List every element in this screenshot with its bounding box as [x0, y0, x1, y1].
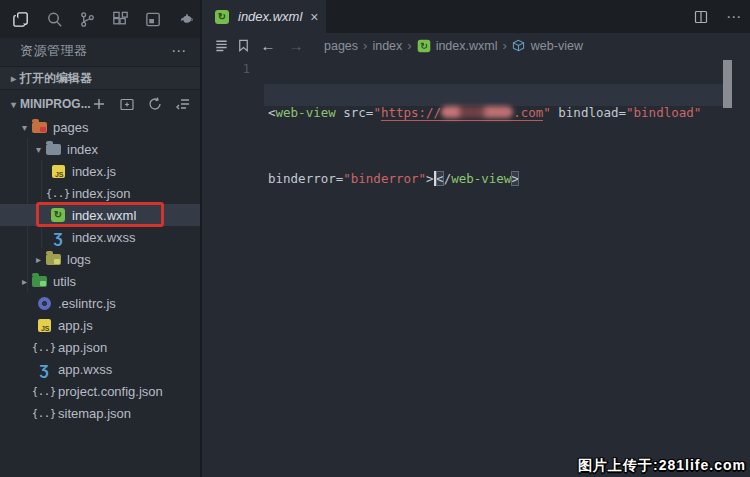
breadcrumb-pages[interactable]: pages — [324, 39, 358, 53]
code-content: <web-view src="https://.com" bindload="b… — [268, 58, 701, 234]
breadcrumb-web-view[interactable]: web-view — [531, 39, 583, 53]
breadcrumb-index[interactable]: index — [372, 39, 402, 53]
wxml-file-icon — [50, 207, 66, 223]
outline-list-icon[interactable] — [210, 36, 232, 56]
json-file-icon — [36, 383, 52, 399]
tree-item-index-folder[interactable]: ▾ index — [0, 138, 200, 160]
source-control-icon[interactable] — [76, 8, 98, 30]
js-file-icon — [50, 163, 66, 179]
json-file-icon — [50, 185, 66, 201]
split-editor-icon[interactable] — [690, 7, 712, 27]
chevron-down-icon: ▾ — [32, 144, 45, 155]
file-tree: ▾ pages ▾ index index.js index.json inde… — [0, 116, 200, 424]
open-editors-section[interactable]: ▸ 打开的编辑器 — [0, 66, 200, 90]
new-file-icon[interactable] — [91, 96, 107, 112]
tree-item-index-wxss[interactable]: index.wxss — [0, 226, 200, 248]
wxml-file-icon — [417, 39, 430, 52]
chevron-right-icon: ▸ — [7, 73, 20, 84]
redacted-url-blur — [441, 106, 513, 118]
scrollbar-thumb[interactable] — [723, 60, 732, 108]
tab-label: index.wxml — [238, 9, 302, 24]
back-icon[interactable]: ← — [254, 37, 282, 54]
wechat-devtools-editor-window: 资源管理器 ⋯ ▸ 打开的编辑器 ▾ MINIPROG... — [0, 0, 750, 477]
bookmark-icon[interactable] — [232, 36, 254, 56]
tree-item-index-wxml[interactable]: index.wxml — [0, 204, 200, 226]
forward-icon[interactable]: → — [282, 37, 310, 54]
editor-group: index.wxml × ⋯ ← → pages › index — [204, 0, 750, 477]
teapot-icon[interactable] — [175, 8, 197, 30]
tab-bar: index.wxml × ⋯ — [204, 0, 750, 33]
wxss-file-icon — [36, 361, 52, 377]
line-number-gutter: 1 — [204, 58, 250, 80]
sidebar-panel: 资源管理器 ⋯ ▸ 打开的编辑器 ▾ MINIPROG... — [0, 0, 202, 477]
code-editor[interactable]: 1 <web-view src="https://.com" bindload=… — [204, 58, 750, 477]
sidebar-more-icon[interactable]: ⋯ — [171, 46, 186, 56]
files-icon[interactable] — [10, 8, 32, 30]
utils-folder-icon — [31, 273, 47, 289]
editor-toolbar: ← → pages › index › index.wxml › web-vie… — [204, 33, 750, 58]
refresh-icon[interactable] — [147, 96, 163, 112]
open-editors-label: 打开的编辑器 — [20, 70, 92, 87]
json-file-icon — [36, 405, 52, 421]
tree-item-app-js[interactable]: app.js — [0, 314, 200, 336]
search-icon[interactable] — [43, 8, 65, 30]
eslint-file-icon — [36, 295, 52, 311]
tree-item-utils[interactable]: ▸ utils — [0, 270, 200, 292]
tree-item-app-wxss[interactable]: app.wxss — [0, 358, 200, 380]
chevron-right-icon: ▸ — [32, 254, 45, 265]
breadcrumb-separator: › — [363, 38, 367, 53]
tree-item-eslintrc[interactable]: .eslintrc.js — [0, 292, 200, 314]
tab-bar-actions: ⋯ — [690, 0, 742, 33]
symbol-cube-icon — [512, 39, 526, 53]
tree-item-logs[interactable]: ▸ logs — [0, 248, 200, 270]
index-folder-icon — [45, 141, 61, 157]
tree-item-pages[interactable]: ▾ pages — [0, 116, 200, 138]
close-icon[interactable]: × — [310, 9, 318, 25]
chevron-down-icon: ▾ — [18, 122, 31, 133]
project-section[interactable]: ▾ MINIPROG... — [0, 92, 200, 116]
line-number: 1 — [204, 58, 250, 80]
editor-layout-icon[interactable] — [142, 8, 164, 30]
sidebar-title: 资源管理器 — [20, 42, 88, 60]
project-label: MINIPROG... — [20, 97, 91, 111]
code-line-1-wrapped: binderror="binderror"></web-view> — [268, 168, 701, 190]
breadcrumb-index-wxml[interactable]: index.wxml — [436, 39, 498, 53]
chevron-down-icon: ▾ — [7, 99, 20, 110]
sidebar-header: 资源管理器 ⋯ — [0, 38, 200, 64]
tree-item-project-config-json[interactable]: project.config.json — [0, 380, 200, 402]
logs-folder-icon — [45, 251, 61, 267]
extensions-icon[interactable] — [109, 8, 131, 30]
new-folder-icon[interactable] — [119, 96, 135, 112]
breadcrumb: pages › index › index.wxml › web-view — [324, 38, 583, 53]
json-file-icon — [36, 339, 52, 355]
activity-bar — [0, 0, 200, 38]
watermark-text: 图片上传于:281life.com — [578, 457, 746, 475]
chevron-right-icon: ▸ — [18, 276, 31, 287]
breadcrumb-separator: › — [502, 38, 506, 53]
breadcrumb-separator: › — [407, 38, 411, 53]
more-actions-icon[interactable]: ⋯ — [726, 8, 742, 26]
pages-folder-icon — [31, 119, 47, 135]
code-line-1: <web-view src="https://.com" bindload="b… — [268, 102, 701, 124]
tree-item-index-json[interactable]: index.json — [0, 182, 200, 204]
wxml-file-icon — [214, 9, 230, 25]
wxss-file-icon — [50, 229, 66, 245]
tab-index-wxml[interactable]: index.wxml × — [204, 0, 326, 33]
section-actions — [91, 96, 203, 112]
js-file-icon — [36, 317, 52, 333]
collapse-all-icon[interactable] — [175, 96, 191, 112]
tree-item-index-js[interactable]: index.js — [0, 160, 200, 182]
tree-item-sitemap-json[interactable]: sitemap.json — [0, 402, 200, 424]
tree-item-app-json[interactable]: app.json — [0, 336, 200, 358]
